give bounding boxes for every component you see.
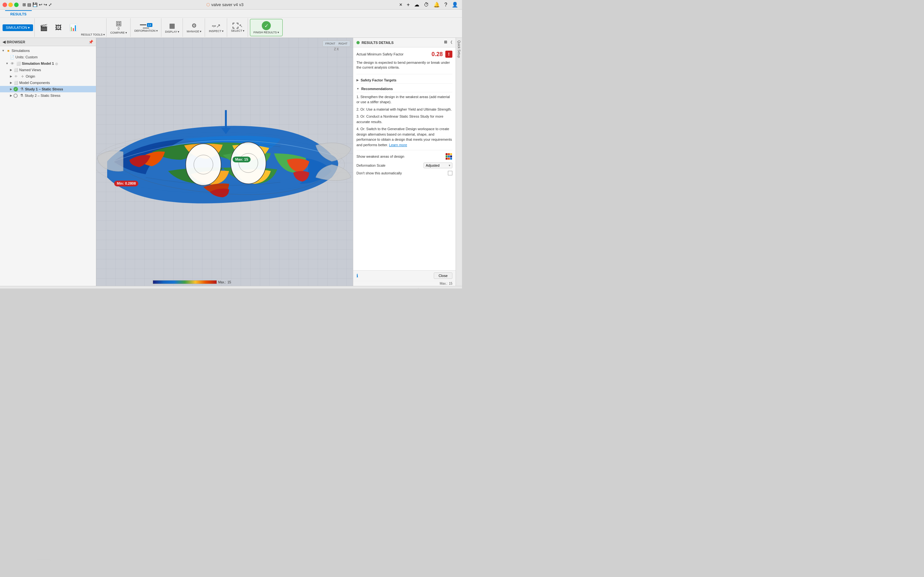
browser-title: BROWSER (7, 40, 25, 44)
origin-eye-icon[interactable]: 👁 (13, 74, 19, 79)
result-tools-dropdown[interactable]: RESULT TOOLS ▾ (81, 33, 105, 36)
finish-results-btn[interactable]: ✓ FINISH RESULTS ▾ (250, 19, 283, 36)
dont-show-checkbox[interactable] (448, 171, 452, 175)
weak-areas-icon[interactable] (445, 153, 452, 160)
browser-tree: ▼ ■ Simulations 📄 Units: Custom ▼ 👁 ⬜ Si… (0, 46, 96, 286)
camera-tool-btn[interactable]: 📷 (395, 287, 404, 289)
info-icon[interactable]: ℹ (357, 273, 358, 278)
grid-btn[interactable]: ▦ (441, 287, 449, 289)
more-display-btn[interactable]: ⬡▾ (450, 287, 459, 289)
close-btn[interactable]: Close (434, 272, 452, 279)
inspect-btn[interactable]: xyz ↗ INSPECT▾ (207, 19, 226, 36)
toolbar-group-inspect: xyz ↗ INSPECT▾ (206, 18, 227, 37)
win-close-btn[interactable] (3, 3, 7, 7)
comments-add-btn[interactable]: ⊕ (29, 288, 33, 289)
result-tools-video-btn[interactable]: 🎬 (37, 19, 51, 36)
tree-item-study2[interactable]: ▶ ⚗ Study 2 – Static Stress (0, 92, 96, 99)
results-expand-btn[interactable]: ⊞ (444, 40, 447, 45)
toolbar-group-finish: ✓ FINISH RESULTS ▾ (249, 18, 284, 37)
divider-1 (357, 74, 452, 74)
results-tab[interactable]: RESULTS (5, 10, 32, 17)
notification-icon[interactable]: 🔔 (432, 2, 441, 8)
tree-item-units[interactable]: 📄 Units: Custom (0, 54, 96, 60)
manage-btn[interactable]: ⚙ MANAGE▾ (185, 19, 204, 36)
warning-symbol: ! (448, 52, 450, 57)
study1-label: Study 1 – Static Stress (25, 87, 63, 91)
simulation-btn[interactable]: SIMULATION ▾ (3, 24, 33, 31)
results-header-left: RESULTS DETAILS (357, 41, 394, 45)
result-tools-text: RESULT TOOLS (81, 33, 102, 36)
results-title: RESULTS DETAILS (362, 41, 394, 45)
win-minimize-btn[interactable] (8, 3, 13, 7)
front-view-label[interactable]: FRONT (325, 42, 335, 45)
section-recommendations[interactable]: ▼ Recommendations (357, 85, 452, 92)
select-btn[interactable]: ↖ SELECT▾ (229, 19, 246, 36)
tree-item-origin[interactable]: ▶ 👁 ✛ Origin (0, 73, 96, 79)
weak-areas-control[interactable] (445, 153, 452, 160)
display-mode-btn[interactable]: ⬡ (433, 287, 440, 289)
description-text: The design is expected to bend permanent… (357, 60, 452, 70)
window-title: valve saver v4 v3 (211, 2, 243, 7)
weak-areas-label: Show weakest areas of design (357, 155, 404, 158)
result-tools-caret: ▾ (103, 33, 105, 36)
tree-item-model-components[interactable]: ▶ ⬜ Model Components (0, 79, 96, 86)
app-menu-icon[interactable]: ▤ (27, 2, 31, 7)
help-icon[interactable]: ? (443, 2, 449, 8)
deform-scale-select[interactable]: Adjusted 1X 2X True Scale (423, 163, 452, 168)
avatar-icon[interactable]: 👤 (451, 2, 459, 8)
pan-tool-btn[interactable]: ✋ (405, 287, 414, 289)
modelcomp-label: Model Components (19, 81, 50, 85)
zoom-fit-btn[interactable]: ⊡ (425, 287, 432, 289)
recommendations-label: Recommendations (361, 87, 393, 91)
z-axis-label: Z (334, 47, 336, 51)
results-collapse-btn[interactable]: 《 (449, 40, 452, 45)
add-tab-btn[interactable]: + (405, 2, 411, 8)
viewport[interactable]: FRONT RIGHT Z X (96, 38, 353, 286)
result-tools-chart-btn[interactable]: 📊 (66, 19, 80, 36)
quick-setup-tab[interactable]: Quick Setup (456, 38, 462, 286)
compare-btn[interactable]: 0 COMPARE▾ (108, 19, 129, 36)
zoom-tool-btn[interactable]: 🔍 (415, 287, 423, 289)
origin-label: Origin (26, 74, 35, 78)
tree-item-study1[interactable]: ▶ ✓ ⚗ Study 1 – Static Stress (0, 86, 96, 92)
save-icon[interactable]: 💾 (32, 2, 37, 7)
right-view-label[interactable]: RIGHT (338, 42, 347, 45)
window-close-btn[interactable]: × (398, 2, 403, 8)
view-cube[interactable]: FRONT RIGHT (322, 40, 351, 47)
study1-check-icon: ✓ (13, 87, 18, 91)
result-tools-image-btn[interactable]: 🖼 (51, 19, 65, 36)
deform-scale-wrapper: Adjusted 1X 2X True Scale (423, 163, 452, 168)
tree-item-named-views[interactable]: ▶ ⬜ Named Views (0, 67, 96, 73)
rec-item-3: 3. Or: Conduct a Nonlinear Static Stress… (357, 114, 452, 124)
display-label: DISPLAY▾ (165, 30, 179, 33)
browser-pin-btn[interactable]: 📌 (89, 40, 94, 44)
redo-icon[interactable]: ↪ (44, 2, 47, 7)
win-maximize-btn[interactable] (14, 3, 19, 7)
tree-item-simulations[interactable]: ▼ ■ Simulations (0, 47, 96, 54)
results-scale-max: Max.: (439, 282, 447, 285)
expand-icon[interactable]: ⤢ (48, 2, 52, 7)
section-safety-targets[interactable]: ▶ Safety Factor Targets (357, 77, 452, 84)
modelcomp-icon: ⬜ (13, 80, 19, 85)
display-btn[interactable]: ▦ DISPLAY▾ (163, 19, 181, 36)
simmodel-eye-icon[interactable]: 👁 (10, 61, 15, 66)
title-center: ⬡ valve saver v4 v3 (206, 2, 243, 7)
deform-line2 (143, 27, 150, 29)
toolbar-group-select: ↖ SELECT▾ (228, 18, 248, 37)
nav-tool-btn[interactable]: ⊕ (387, 287, 394, 289)
deformation-btn[interactable]: 1X DEFORMATION▾ (132, 19, 160, 36)
learn-more-link[interactable]: Learn more (389, 143, 407, 147)
warning-icon: ! (445, 51, 452, 58)
cloud-icon[interactable]: ☁ (413, 2, 421, 8)
results-body: Actual Minimum Safety Factor 0.28 ! The … (353, 47, 456, 270)
simmodel-target-icon: ◎ (55, 62, 58, 65)
bottom-tools: ⊕ 📷 ✋ 🔍 ⊡ ⬡ ▦ ⬡▾ (387, 287, 459, 289)
units-doc-icon: 📄 (10, 55, 15, 60)
setting-row-weak-areas: Show weakest areas of design (357, 153, 452, 160)
undo-icon[interactable]: ↩ (39, 2, 42, 7)
app-grid-icon[interactable]: ⊞ (23, 2, 26, 7)
comments-expand-btn[interactable]: ▲ (3, 288, 6, 289)
tree-item-sim-model[interactable]: ▼ 👁 ⬜ Simulation Model 1 ◎ (0, 60, 96, 67)
browser-collapse-icon[interactable]: ◀ (3, 40, 5, 44)
clock-icon[interactable]: ⏱ (423, 2, 430, 8)
